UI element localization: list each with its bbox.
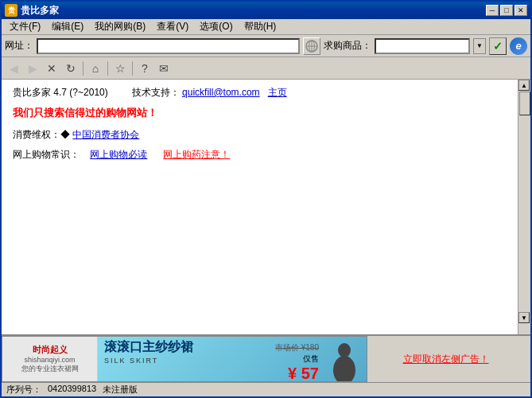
addr-label: 网址： bbox=[5, 39, 33, 53]
ad-site-name: 时尚起义 bbox=[33, 344, 68, 356]
version-label: 未注册版 bbox=[103, 384, 138, 396]
serial-label: 序列号： bbox=[6, 384, 41, 396]
nav-separator-1 bbox=[83, 61, 83, 76]
app-icon: 贵 bbox=[5, 4, 17, 17]
ie-icon[interactable]: e bbox=[510, 37, 527, 55]
ad-person-silhouette bbox=[323, 338, 367, 382]
help-button[interactable]: ? bbox=[136, 60, 153, 77]
forward-button[interactable]: ▶ bbox=[24, 60, 41, 77]
nav-toolbar: ◀ ▶ ✕ ↻ ⌂ ☆ ? ✉ bbox=[2, 57, 530, 80]
ad-center[interactable]: 滚滚口主纱纱裙 SILK SKIRT 市场价 ¥180 仅售 ¥ 57 bbox=[98, 336, 367, 382]
ad-bar: 时尚起义 shishanqiyi.com 您的专业连衣裙网 滚滚口主纱纱裙 SI… bbox=[2, 334, 530, 382]
menu-file[interactable]: 文件(F) bbox=[5, 19, 45, 34]
search-go-button[interactable]: ✓ bbox=[489, 37, 507, 55]
menu-view[interactable]: 查看(V) bbox=[152, 19, 193, 34]
close-ad-link[interactable]: 立即取消左侧广告！ bbox=[403, 353, 489, 366]
address-input[interactable] bbox=[37, 38, 300, 54]
nav-separator-3 bbox=[132, 61, 133, 76]
ad-site-url: shishanqiyi.com bbox=[24, 356, 75, 364]
mail-button[interactable]: ✉ bbox=[155, 60, 173, 77]
scrollbar-track: ▲ ▼ bbox=[518, 80, 530, 334]
ad-sale-price: ¥ 57 bbox=[275, 365, 319, 382]
content-area: 贵比多家 4.7 (?~2010) 技术支持： quickfill@tom.co… bbox=[2, 80, 518, 334]
menu-options[interactable]: 选项(O) bbox=[195, 19, 237, 34]
search-input[interactable] bbox=[375, 38, 470, 54]
status-bar: 序列号： 0420399813 未注册版 bbox=[2, 382, 530, 396]
ad-product-text: 滚滚口主纱纱裙 bbox=[104, 339, 193, 356]
shopping-must-read-link[interactable]: 网上购物必读 bbox=[90, 149, 147, 160]
serial-info: 序列号： 0420399813 未注册版 bbox=[6, 384, 138, 396]
home-button[interactable]: ⌂ bbox=[87, 60, 104, 77]
ad-site-desc: 您的专业连衣裙网 bbox=[21, 364, 79, 374]
ad-original-price: 市场价 ¥180 bbox=[275, 342, 319, 353]
tech-support-label: 技术支持： bbox=[132, 87, 180, 98]
scrollbar-thumb[interactable] bbox=[519, 92, 530, 115]
consumer-label: 消费维权：◆ bbox=[13, 129, 70, 140]
address-toolbar: 网址： 求购商品： ▼ ✓ e bbox=[2, 35, 530, 57]
search-only-text: 我们只搜索信得过的购物网站！ bbox=[13, 106, 494, 120]
window-title: 贵比多家 bbox=[21, 4, 59, 18]
scrollbar-up-button[interactable]: ▲ bbox=[518, 80, 530, 91]
title-bar-left: 贵 贵比多家 bbox=[5, 4, 59, 18]
ad-sale-prefix: 仅售 bbox=[275, 353, 319, 365]
version-line: 贵比多家 4.7 (?~2010) 技术支持： quickfill@tom.co… bbox=[13, 86, 494, 100]
ad-container: 时尚起义 shishanqiyi.com 您的专业连衣裙网 滚滚口主纱纱裙 SI… bbox=[2, 336, 367, 382]
nav-separator-2 bbox=[107, 61, 108, 76]
consumer-line: 消费维权：◆ 中国消费者协会 bbox=[13, 128, 494, 142]
ad-right-section: 立即取消左侧广告！ bbox=[367, 353, 530, 366]
minimize-button[interactable]: ─ bbox=[486, 5, 499, 16]
search-label: 求购商品： bbox=[324, 39, 371, 53]
stop-button[interactable]: ✕ bbox=[43, 60, 60, 77]
consumer-link[interactable]: 中国消费者协会 bbox=[72, 129, 139, 140]
main-window: 贵 贵比多家 ─ □ ✕ 文件(F) 编辑(E) 我的网购(B) 查看(V) 选… bbox=[0, 0, 532, 398]
scrollbar-down-button[interactable]: ▼ bbox=[518, 312, 530, 323]
shopping-tips-label: 网上购物常识： bbox=[13, 149, 80, 160]
ad-left: 时尚起义 shishanqiyi.com 您的专业连衣裙网 bbox=[2, 336, 98, 382]
search-dropdown[interactable]: ▼ bbox=[473, 38, 486, 54]
window-controls: ─ □ ✕ bbox=[486, 5, 527, 16]
maximize-button[interactable]: □ bbox=[500, 5, 513, 16]
menu-mypurchase[interactable]: 我的网购(B) bbox=[90, 19, 150, 34]
title-bar: 贵 贵比多家 ─ □ ✕ bbox=[2, 2, 530, 19]
ad-product-sub: SILK SKIRT bbox=[104, 357, 158, 365]
serial-number: 0420399813 bbox=[48, 384, 96, 396]
refresh-button[interactable]: ↻ bbox=[62, 60, 80, 77]
shopping-tips: 网上购物常识： 网上购物必读 网上购药注意！ bbox=[13, 148, 494, 162]
addr-go-button[interactable] bbox=[303, 37, 320, 55]
menu-bar: 文件(F) 编辑(E) 我的网购(B) 查看(V) 选项(O) 帮助(H) bbox=[2, 19, 530, 35]
home-link[interactable]: 主页 bbox=[268, 87, 287, 98]
app-version: 贵比多家 4.7 (?~2010) bbox=[13, 87, 108, 98]
ad-price-area: 市场价 ¥180 仅售 ¥ 57 bbox=[275, 342, 319, 382]
content-inner: 贵比多家 4.7 (?~2010) 技术支持： quickfill@tom.co… bbox=[2, 80, 505, 174]
back-button[interactable]: ◀ bbox=[5, 60, 22, 77]
favorite-button[interactable]: ☆ bbox=[111, 60, 129, 77]
svg-point-5 bbox=[333, 356, 355, 382]
svg-point-4 bbox=[338, 343, 351, 357]
check-icon: ✓ bbox=[493, 40, 503, 53]
globe-icon bbox=[305, 39, 319, 53]
menu-help[interactable]: 帮助(H) bbox=[239, 19, 282, 34]
tech-support-email[interactable]: quickfill@tom.com bbox=[182, 87, 260, 98]
menu-edit[interactable]: 编辑(E) bbox=[47, 19, 88, 34]
drug-warning-link[interactable]: 网上购药注意！ bbox=[163, 149, 230, 160]
close-button[interactable]: ✕ bbox=[515, 5, 527, 16]
